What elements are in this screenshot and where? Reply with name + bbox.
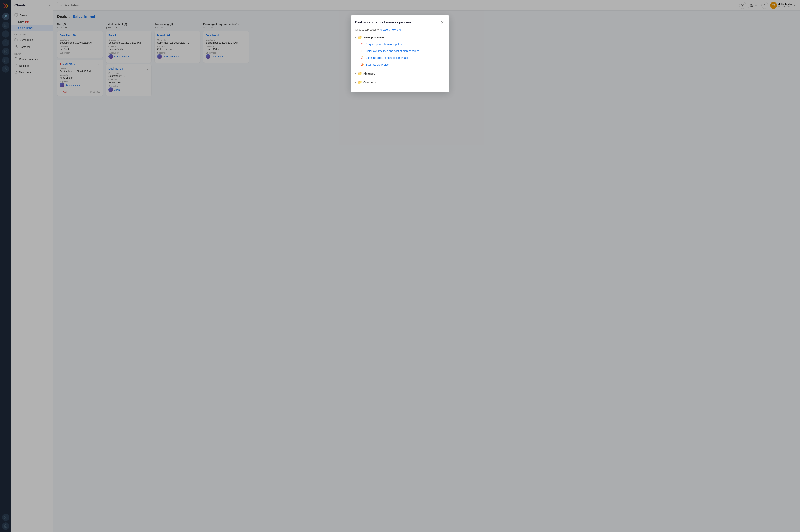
modal-create-link[interactable]: create a new one [380, 28, 401, 31]
modal-subtitle: Choose a process or create a new one [355, 28, 445, 31]
process-item-label-3: Estimate the project [366, 63, 389, 66]
process-group-contracts: ▾ 📁 Contracts [355, 79, 445, 86]
process-x-icon-2 [360, 56, 364, 60]
modal-close-btn[interactable]: ✕ [440, 20, 445, 25]
process-item-3[interactable]: Estimate the project [360, 61, 445, 68]
contracts-chevron-icon: ▾ [355, 81, 356, 84]
finances-group-label: Finances [363, 72, 375, 75]
process-group-finances: ▾ 📁 Finances [355, 70, 445, 77]
process-x-icon-0 [360, 42, 364, 46]
sales-group-label: Sales processes [363, 36, 384, 39]
process-group-contracts-header[interactable]: ▾ 📁 Contracts [355, 79, 445, 86]
sales-chevron-icon: ▾ [355, 36, 356, 39]
process-x-icon-3 [360, 63, 364, 66]
process-group-finances-header[interactable]: ▾ 📁 Finances [355, 70, 445, 77]
modal-header: Deal workflow in a business process ✕ [355, 20, 445, 25]
process-item-label-2: Examine procurement documentation [366, 56, 410, 59]
contracts-folder-icon: 📁 [358, 80, 362, 84]
process-x-icon-1 [360, 49, 364, 53]
deal-workflow-modal: Deal workflow in a business process ✕ Ch… [350, 15, 450, 92]
process-item-2[interactable]: Examine procurement documentation [360, 54, 445, 61]
modal-title: Deal workflow in a business process [355, 21, 412, 24]
contracts-group-label: Contracts [363, 81, 376, 84]
process-items-sales: Request prices from a supplier Calculate… [355, 41, 445, 68]
finances-folder-icon: 📁 [358, 72, 362, 76]
sales-folder-icon: 📁 [358, 35, 362, 40]
process-item-0[interactable]: Request prices from a supplier [360, 41, 445, 48]
modal-overlay[interactable]: Deal workflow in a business process ✕ Ch… [0, 0, 800, 532]
process-group-sales: ▾ 📁 Sales processes Request prices from … [355, 34, 445, 68]
process-group-sales-header[interactable]: ▾ 📁 Sales processes [355, 34, 445, 41]
process-item-label-1: Calculate timelines and cost of manufact… [366, 50, 419, 53]
finances-chevron-icon: ▾ [355, 72, 356, 75]
process-item-1[interactable]: Calculate timelines and cost of manufact… [360, 48, 445, 54]
process-item-label-0: Request prices from a supplier [366, 43, 402, 45]
